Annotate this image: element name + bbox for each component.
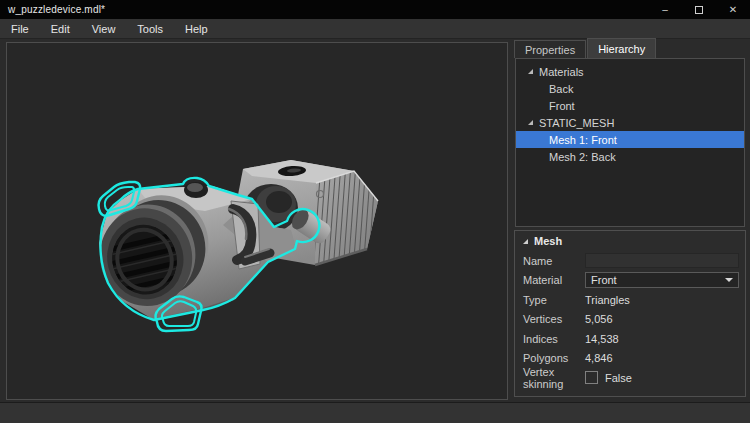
- vertex-skinning-checkbox[interactable]: [585, 371, 598, 384]
- tree-item-label: Mesh 2: Back: [549, 151, 616, 163]
- mesh-section-header[interactable]: Mesh: [515, 231, 745, 251]
- vertices-value: 5,056: [585, 313, 613, 325]
- maximize-icon: [695, 6, 703, 14]
- window-title: w_puzzledevice.mdl*: [0, 4, 105, 15]
- status-bar: [0, 402, 750, 423]
- type-value: Triangles: [585, 294, 630, 306]
- right-panel: Properties Hierarchy Materials Back Fron…: [514, 38, 746, 400]
- tree-item-front[interactable]: Front: [516, 97, 744, 114]
- tree-item-mesh2-back[interactable]: Mesh 2: Back: [516, 148, 744, 165]
- menu-file[interactable]: File: [0, 19, 40, 38]
- minimize-button[interactable]: –: [648, 0, 682, 19]
- material-dropdown[interactable]: Front: [585, 272, 739, 288]
- property-row-type: Type Triangles: [515, 290, 745, 310]
- menu-bar: File Edit View Tools Help: [0, 19, 750, 39]
- polygons-value: 4,846: [585, 352, 613, 364]
- indices-label: Indices: [523, 333, 585, 345]
- model-render: [7, 43, 507, 399]
- mesh-properties-panel: Mesh Name Material Front Type Triangles …: [514, 230, 746, 397]
- menu-help[interactable]: Help: [174, 19, 219, 38]
- type-label: Type: [523, 294, 585, 306]
- tree-item-label: Materials: [539, 66, 584, 78]
- mesh-section-title: Mesh: [534, 235, 562, 247]
- property-row-material: Material Front: [515, 271, 745, 291]
- hierarchy-tree: Materials Back Front STATIC_MESH Mesh 1:…: [515, 58, 745, 227]
- tree-item-mesh1-front[interactable]: Mesh 1: Front: [516, 131, 744, 148]
- collapse-arrow-icon[interactable]: [528, 69, 533, 74]
- menu-tools[interactable]: Tools: [126, 19, 174, 38]
- tree-item-label: Mesh 1: Front: [549, 134, 617, 146]
- tree-item-label: Back: [549, 83, 573, 95]
- name-label: Name: [523, 255, 585, 267]
- tree-item-label: Front: [549, 100, 575, 112]
- title-bar[interactable]: w_puzzledevice.mdl* – ✕: [0, 0, 750, 19]
- chevron-down-icon: [725, 278, 733, 282]
- minimize-icon: –: [662, 4, 668, 15]
- collapse-arrow-icon[interactable]: [528, 120, 533, 125]
- vertices-label: Vertices: [523, 313, 585, 325]
- property-row-indices: Indices 14,538: [515, 329, 745, 349]
- tree-item-label: STATIC_MESH: [539, 117, 614, 129]
- vertex-skinning-value: False: [605, 372, 632, 384]
- close-icon: ✕: [729, 4, 737, 15]
- app-window: w_puzzledevice.mdl* – ✕ File Edit View T…: [0, 0, 750, 423]
- material-selected-value: Front: [591, 274, 617, 286]
- property-row-name: Name: [515, 251, 745, 271]
- tree-item-static-mesh[interactable]: STATIC_MESH: [516, 114, 744, 131]
- collapse-arrow-icon: [523, 239, 528, 244]
- tree-item-back[interactable]: Back: [516, 80, 744, 97]
- vertex-skinning-label: Vertex skinning: [523, 366, 585, 390]
- tab-properties[interactable]: Properties: [514, 40, 586, 58]
- panel-tabs: Properties Hierarchy: [514, 38, 657, 58]
- model-viewport[interactable]: [6, 42, 508, 400]
- property-row-vertices: Vertices 5,056: [515, 310, 745, 330]
- name-input[interactable]: [585, 253, 739, 268]
- indices-value: 14,538: [585, 333, 619, 345]
- menu-edit[interactable]: Edit: [40, 19, 81, 38]
- model-dome-button: [184, 182, 208, 198]
- property-row-vertex-skinning: Vertex skinning False: [515, 368, 745, 388]
- material-label: Material: [523, 274, 585, 286]
- polygons-label: Polygons: [523, 352, 585, 364]
- menu-view[interactable]: View: [81, 19, 127, 38]
- tab-hierarchy[interactable]: Hierarchy: [587, 38, 656, 58]
- tree-item-materials[interactable]: Materials: [516, 63, 744, 80]
- maximize-button[interactable]: [682, 0, 716, 19]
- close-button[interactable]: ✕: [716, 0, 750, 19]
- window-controls: – ✕: [648, 0, 750, 19]
